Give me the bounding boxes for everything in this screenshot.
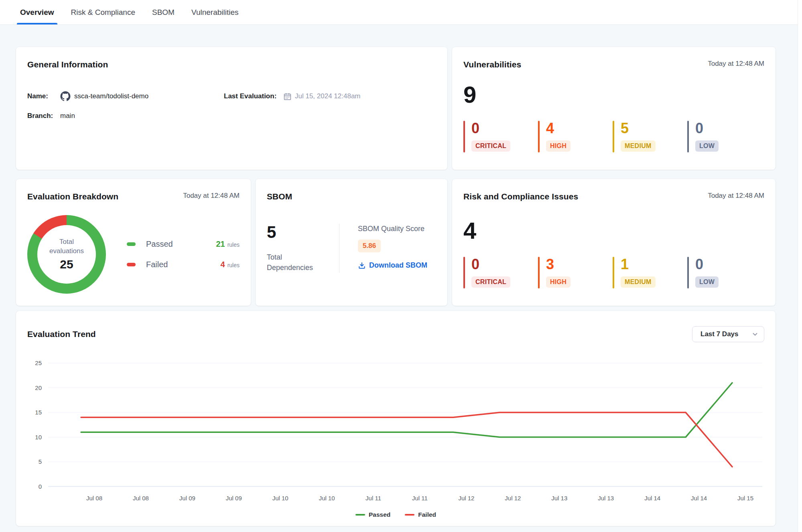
severity-item-low: 0 LOW <box>687 257 762 288</box>
vulnerabilities-timestamp: Today at 12:48 AM <box>708 60 764 68</box>
legend-line-swatch <box>405 514 414 516</box>
legend-value: 4 <box>221 260 225 269</box>
legend-label: Passed <box>369 511 390 518</box>
severity-item-high: 3 HIGH <box>538 257 613 288</box>
svg-text:25: 25 <box>35 359 42 366</box>
severity-count: 0 <box>471 121 479 136</box>
trend-legend-failed[interactable]: Failed <box>405 511 436 518</box>
svg-text:Jul 12: Jul 12 <box>458 495 474 502</box>
evaluations-legend: Passed 21 rules Failed 4 rules <box>127 240 240 269</box>
scrollbar-track[interactable] <box>798 0 802 532</box>
legend-swatch <box>127 263 136 266</box>
download-icon <box>358 262 366 270</box>
svg-text:Jul 12: Jul 12 <box>505 495 521 502</box>
total-dependencies-value: 5 <box>267 224 339 241</box>
download-sbom-link[interactable]: Download SBOM <box>358 261 427 270</box>
severity-bar <box>538 257 540 288</box>
severity-bar <box>687 121 689 152</box>
chevron-down-icon <box>752 331 758 337</box>
svg-text:Jul 09: Jul 09 <box>226 495 242 502</box>
donut-total-value: 25 <box>60 258 73 271</box>
severity-item-low: 0 LOW <box>687 121 762 152</box>
risk-compliance-timestamp: Today at 12:48 AM <box>708 192 764 200</box>
severity-label-badge: LOW <box>695 140 719 152</box>
dashboard-content: General Information Name: ssca-team/todo… <box>0 25 802 526</box>
severity-count: 0 <box>471 257 479 272</box>
svg-text:20: 20 <box>35 384 42 391</box>
severity-count: 0 <box>695 121 703 136</box>
severity-count: 1 <box>621 257 629 272</box>
repo-name-value: ssca-team/todolist-demo <box>74 92 148 100</box>
repo-name-row: Name: ssca-team/todolist-demo <box>27 91 224 102</box>
github-icon <box>60 91 71 102</box>
tab-vulnerabilities[interactable]: Vulnerabilities <box>191 0 239 24</box>
tab-sbom[interactable]: SBOM <box>152 0 175 24</box>
legend-row-passed[interactable]: Passed 21 rules <box>127 240 240 249</box>
svg-text:Jul 08: Jul 08 <box>133 495 149 502</box>
sbom-title: SBOM <box>267 192 292 201</box>
trend-legend: Passed Failed <box>27 511 764 518</box>
card-evaluation-breakdown: Evaluation Breakdown Today at 12:48 AM T… <box>16 179 251 306</box>
legend-row-failed[interactable]: Failed 4 rules <box>127 260 240 269</box>
svg-text:0: 0 <box>39 483 42 490</box>
vertical-divider <box>339 224 339 273</box>
severity-item-medium: 1 MEDIUM <box>613 257 687 288</box>
svg-text:Jul 09: Jul 09 <box>179 495 195 502</box>
trend-legend-passed[interactable]: Passed <box>355 511 390 518</box>
vulnerabilities-severity-row: 0 CRITICAL 4 HIGH 5 MEDIUM <box>463 121 764 152</box>
severity-item-medium: 5 MEDIUM <box>613 121 687 152</box>
severity-bar <box>463 257 465 288</box>
svg-text:Jul 14: Jul 14 <box>691 495 707 502</box>
trend-chart: 0510152025Jul 08Jul 08Jul 09Jul 09Jul 10… <box>27 350 764 510</box>
total-dependencies-label: Total Dependencies <box>267 252 321 273</box>
tab-risk-compliance[interactable]: Risk & Compliance <box>71 0 136 24</box>
severity-bar <box>613 121 614 152</box>
branch-row: Branch: main <box>27 112 224 120</box>
last-evaluation-row: Last Evaluation: Jul 15, 2024 12:48am <box>224 91 436 102</box>
branch-label: Branch: <box>27 112 54 120</box>
sbom-quality-score-label: SBOM Quality Score <box>358 225 427 233</box>
card-risk-compliance: Risk and Compliance Issues Today at 12:4… <box>452 179 776 306</box>
date-range-select[interactable]: Last 7 Days <box>692 326 764 342</box>
legend-label: Failed <box>146 260 168 269</box>
sbom-quality-score-value: 5.86 <box>358 240 381 252</box>
vulnerabilities-title: Vulnerabilities <box>463 60 521 69</box>
last-evaluation-value: Jul 15, 2024 12:48am <box>295 92 361 100</box>
severity-count: 0 <box>695 257 703 272</box>
last-evaluation-label: Last Evaluation: <box>224 92 277 100</box>
severity-label-badge: CRITICAL <box>471 140 510 152</box>
severity-item-critical: 0 CRITICAL <box>463 257 538 288</box>
severity-label-badge: HIGH <box>546 276 571 288</box>
general-information-title: General Information <box>27 60 108 69</box>
evaluation-breakdown-title: Evaluation Breakdown <box>27 192 118 201</box>
svg-text:Jul 10: Jul 10 <box>319 495 335 502</box>
evaluations-donut-chart: Total evaluations 25 <box>27 215 106 294</box>
date-range-value: Last 7 Days <box>700 330 739 338</box>
legend-line-swatch <box>355 514 365 516</box>
severity-label-badge: MEDIUM <box>621 140 656 152</box>
severity-bar <box>613 257 614 288</box>
calendar-icon <box>283 92 292 101</box>
risk-severity-row: 0 CRITICAL 3 HIGH 1 MEDIUM <box>463 257 764 288</box>
severity-bar <box>463 121 465 152</box>
legend-label: Failed <box>418 511 436 518</box>
severity-item-critical: 0 CRITICAL <box>463 121 538 152</box>
severity-label-badge: MEDIUM <box>621 276 656 288</box>
card-general-information: General Information Name: ssca-team/todo… <box>16 47 447 170</box>
severity-label-badge: LOW <box>695 276 719 288</box>
tab-overview[interactable]: Overview <box>20 0 54 24</box>
svg-text:Jul 13: Jul 13 <box>551 495 567 502</box>
severity-item-high: 4 HIGH <box>538 121 613 152</box>
svg-text:Jul 13: Jul 13 <box>598 495 614 502</box>
severity-count: 4 <box>546 121 554 136</box>
vulnerabilities-total: 9 <box>463 83 764 106</box>
svg-text:Jul 11: Jul 11 <box>412 495 428 502</box>
severity-label-badge: CRITICAL <box>471 276 510 288</box>
name-label: Name: <box>27 92 54 100</box>
severity-count: 5 <box>621 121 629 136</box>
download-sbom-label: Download SBOM <box>369 261 427 270</box>
svg-text:Jul 11: Jul 11 <box>365 495 381 502</box>
svg-text:Jul 15: Jul 15 <box>737 495 753 502</box>
branch-value: main <box>60 112 75 120</box>
severity-bar <box>538 121 540 152</box>
